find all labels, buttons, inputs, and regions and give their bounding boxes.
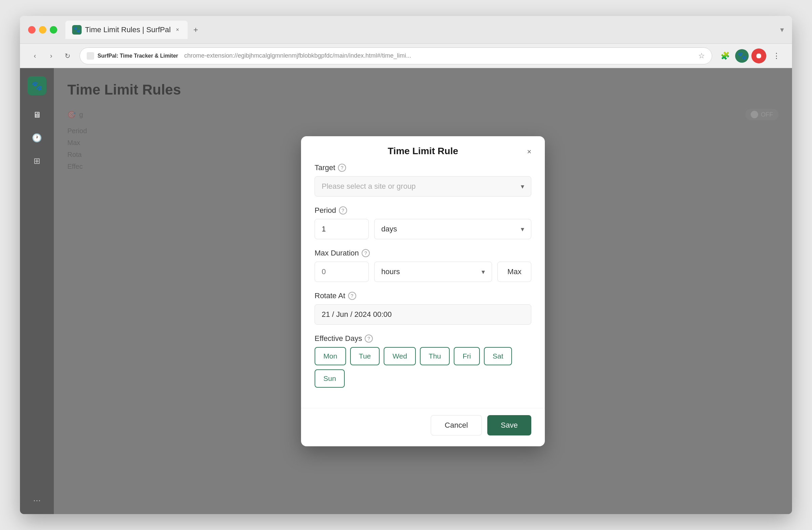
- sidebar: 🐾 🖥 🕐 ⊞ …: [20, 68, 54, 514]
- effective-days-help-icon[interactable]: ?: [365, 334, 373, 343]
- rotate-at-group: Rotate At ? 21 / Jun / 2024 00:00: [315, 291, 531, 325]
- active-tab[interactable]: 🐾 Time Limit Rules | SurfPal ×: [66, 21, 188, 39]
- tab-close-button[interactable]: ×: [174, 26, 181, 33]
- effective-days-label: Effective Days: [315, 334, 362, 343]
- period-row: days ▾: [315, 219, 531, 239]
- days-row: Mon Tue Wed Thu Fri Sat Sun: [315, 347, 531, 388]
- more-options-icon[interactable]: ⋮: [769, 48, 784, 64]
- max-duration-label-row: Max Duration ?: [315, 249, 531, 257]
- period-help-icon[interactable]: ?: [339, 206, 347, 214]
- day-button-tue[interactable]: Tue: [350, 347, 380, 365]
- rotate-at-input[interactable]: 21 / Jun / 2024 00:00: [315, 304, 531, 325]
- day-button-thu[interactable]: Thu: [420, 347, 450, 365]
- traffic-lights: [28, 26, 57, 33]
- browser-titlebar: 🐾 Time Limit Rules | SurfPal × + ▾: [20, 16, 792, 44]
- period-value-input[interactable]: [315, 219, 369, 239]
- main-content: Time Limit Rules 🎯 g OFF Period Max Rota: [54, 68, 792, 514]
- period-label-row: Period ?: [315, 206, 531, 215]
- sidebar-logo[interactable]: 🐾: [27, 76, 46, 95]
- extensions-icon[interactable]: 🧩: [717, 48, 733, 64]
- modal-overlay: Time Limit Rule × Target ?: [54, 68, 792, 514]
- address-text-box: SurfPal: Time Tracker & Limiter: [98, 53, 178, 59]
- max-duration-label: Max Duration: [315, 249, 359, 257]
- tab-title: Time Limit Rules | SurfPal: [85, 25, 171, 34]
- target-dropdown[interactable]: Please select a site or group ▾: [315, 176, 531, 197]
- period-unit-arrow-icon: ▾: [521, 225, 524, 233]
- back-button[interactable]: ‹: [28, 49, 42, 63]
- day-button-sat[interactable]: Sat: [484, 347, 512, 365]
- max-button[interactable]: Max: [497, 262, 531, 282]
- period-group: Period ? days ▾: [315, 206, 531, 239]
- rotate-at-help-icon[interactable]: ?: [348, 292, 356, 300]
- tab-favicon: 🐾: [72, 25, 82, 34]
- close-traffic-light[interactable]: [28, 26, 35, 33]
- tab-bar: 🐾 Time Limit Rules | SurfPal × +: [66, 21, 203, 39]
- cancel-button[interactable]: Cancel: [431, 415, 481, 435]
- max-duration-unit-label: hours: [381, 267, 400, 276]
- max-duration-group: Max Duration ? hours ▾: [315, 249, 531, 282]
- target-label: Target: [315, 163, 335, 172]
- toolbar-icons: 🧩 🐾 ⏺ ⋮: [717, 48, 784, 64]
- recording-icon[interactable]: ⏺: [751, 48, 766, 64]
- forward-button[interactable]: ›: [44, 49, 58, 63]
- max-duration-unit-dropdown[interactable]: hours ▾: [374, 262, 492, 282]
- max-duration-unit-arrow-icon: ▾: [481, 268, 485, 276]
- modal-body: Target ? Please select a site or group ▾: [301, 163, 545, 408]
- rotate-at-label: Rotate At: [315, 291, 345, 300]
- modal-footer: Cancel Save: [301, 408, 545, 446]
- target-help-icon[interactable]: ?: [338, 164, 346, 172]
- address-favicon: [87, 52, 94, 60]
- browser-window: 🐾 Time Limit Rules | SurfPal × + ▾ ‹ › ↻…: [20, 16, 792, 514]
- period-unit-dropdown[interactable]: days ▾: [374, 219, 531, 239]
- period-label: Period: [315, 206, 336, 215]
- app-container: 🐾 🖥 🕐 ⊞ … Time Limit Rules 🎯 g OFF: [20, 68, 792, 514]
- sidebar-item-monitor[interactable]: 🖥: [29, 108, 44, 122]
- rotate-at-label-row: Rotate At ?: [315, 291, 531, 300]
- site-name: SurfPal: Time Tracker & Limiter: [98, 53, 178, 59]
- day-button-sun[interactable]: Sun: [315, 369, 345, 388]
- period-unit-label: days: [381, 225, 397, 234]
- address-bar-row: ‹ › ↻ SurfPal: Time Tracker & Limiter ch…: [20, 44, 792, 68]
- maximize-traffic-light[interactable]: [50, 26, 57, 33]
- day-button-wed[interactable]: Wed: [383, 347, 416, 365]
- max-duration-value-input[interactable]: [315, 262, 369, 282]
- target-group: Target ? Please select a site or group ▾: [315, 163, 531, 197]
- modal-dialog: Time Limit Rule × Target ?: [301, 136, 545, 446]
- max-button-label: Max: [507, 267, 521, 276]
- minimize-traffic-light[interactable]: [39, 26, 46, 33]
- sidebar-item-clock[interactable]: 🕐: [29, 130, 44, 145]
- window-menu-icon[interactable]: ▾: [780, 25, 784, 34]
- reload-button[interactable]: ↻: [61, 49, 74, 63]
- day-button-mon[interactable]: Mon: [315, 347, 346, 365]
- surfpal-toolbar-icon[interactable]: 🐾: [735, 49, 749, 63]
- rotate-at-value: 21 / Jun / 2024 00:00: [322, 310, 392, 319]
- effective-days-group: Effective Days ? Mon Tue Wed Thu Fri: [315, 334, 531, 388]
- bookmark-star-icon[interactable]: ☆: [698, 52, 705, 60]
- target-label-row: Target ?: [315, 163, 531, 172]
- new-tab-button[interactable]: +: [189, 23, 203, 37]
- address-url: chrome-extension://egibjhmcalglgmnlenmjf…: [184, 52, 411, 59]
- target-placeholder: Please select a site or group: [322, 182, 416, 191]
- day-button-fri[interactable]: Fri: [454, 347, 480, 365]
- modal-header: Time Limit Rule ×: [301, 136, 545, 163]
- save-button[interactable]: Save: [487, 415, 531, 435]
- address-bar[interactable]: SurfPal: Time Tracker & Limiter chrome-e…: [79, 47, 712, 65]
- sidebar-item-grid[interactable]: ⊞: [29, 154, 44, 168]
- effective-days-label-row: Effective Days ?: [315, 334, 531, 343]
- sidebar-item-more[interactable]: …: [29, 491, 44, 506]
- modal-close-button[interactable]: ×: [523, 146, 535, 158]
- max-duration-help-icon[interactable]: ?: [362, 249, 370, 257]
- nav-buttons: ‹ › ↻: [28, 49, 74, 63]
- modal-title: Time Limit Rule: [388, 146, 458, 156]
- target-dropdown-arrow-icon: ▾: [521, 182, 524, 191]
- duration-row: hours ▾ Max: [315, 262, 531, 282]
